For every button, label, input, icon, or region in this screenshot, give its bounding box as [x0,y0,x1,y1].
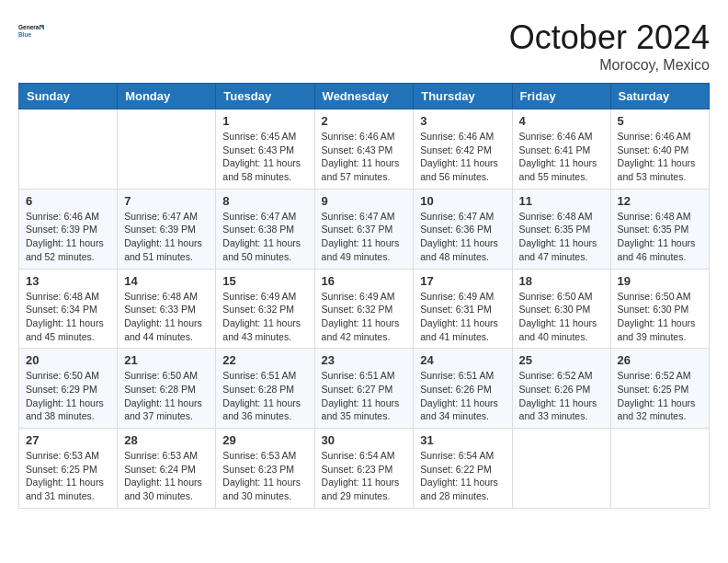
day-info: Sunrise: 6:50 AM Sunset: 6:30 PM Dayligh… [519,290,604,344]
day-number: 17 [420,274,505,288]
calendar-cell: 18Sunrise: 6:50 AM Sunset: 6:30 PM Dayli… [512,269,610,349]
day-info: Sunrise: 6:49 AM Sunset: 6:32 PM Dayligh… [222,290,307,344]
day-info: Sunrise: 6:53 AM Sunset: 6:25 PM Dayligh… [26,449,110,503]
calendar-cell [610,429,709,509]
day-info: Sunrise: 6:52 AM Sunset: 6:26 PM Dayligh… [519,369,604,423]
day-info: Sunrise: 6:50 AM Sunset: 6:28 PM Dayligh… [124,369,209,423]
day-number: 18 [519,274,604,288]
location: Morocoy, Mexico [509,57,710,74]
weekday-header: Wednesday [314,84,414,109]
calendar-cell: 20Sunrise: 6:50 AM Sunset: 6:29 PM Dayli… [19,349,118,429]
calendar-cell: 27Sunrise: 6:53 AM Sunset: 6:25 PM Dayli… [19,429,118,509]
calendar-cell: 6Sunrise: 6:46 AM Sunset: 6:39 PM Daylig… [19,189,118,269]
calendar-cell: 7Sunrise: 6:47 AM Sunset: 6:39 PM Daylig… [118,189,216,269]
day-number: 28 [124,433,209,447]
day-info: Sunrise: 6:50 AM Sunset: 6:30 PM Dayligh… [618,290,702,344]
day-number: 23 [322,353,407,367]
weekday-header: Saturday [610,84,709,109]
day-info: Sunrise: 6:52 AM Sunset: 6:25 PM Dayligh… [618,369,702,423]
day-info: Sunrise: 6:46 AM Sunset: 6:42 PM Dayligh… [420,130,505,184]
day-number: 16 [322,274,407,288]
calendar-cell: 9Sunrise: 6:47 AM Sunset: 6:37 PM Daylig… [314,189,414,269]
calendar-cell: 28Sunrise: 6:53 AM Sunset: 6:24 PM Dayli… [118,429,216,509]
calendar-cell: 24Sunrise: 6:51 AM Sunset: 6:26 PM Dayli… [414,349,512,429]
calendar-cell: 25Sunrise: 6:52 AM Sunset: 6:26 PM Dayli… [512,349,610,429]
day-info: Sunrise: 6:47 AM Sunset: 6:38 PM Dayligh… [222,210,307,264]
day-number: 26 [618,353,702,367]
calendar-cell: 3Sunrise: 6:46 AM Sunset: 6:42 PM Daylig… [414,109,512,190]
day-info: Sunrise: 6:51 AM Sunset: 6:26 PM Dayligh… [420,369,505,423]
logo-icon: GeneralBlue [18,18,44,44]
calendar-cell: 22Sunrise: 6:51 AM Sunset: 6:28 PM Dayli… [216,349,314,429]
calendar-cell: 31Sunrise: 6:54 AM Sunset: 6:22 PM Dayli… [414,429,512,509]
weekday-header: Monday [118,84,216,109]
day-number: 1 [222,114,307,128]
logo: GeneralBlue [18,18,44,44]
page-header: GeneralBlue October 2024 Morocoy, Mexico [18,18,710,74]
calendar-cell: 19Sunrise: 6:50 AM Sunset: 6:30 PM Dayli… [610,269,709,349]
day-number: 15 [222,274,307,288]
day-info: Sunrise: 6:53 AM Sunset: 6:23 PM Dayligh… [222,449,307,503]
calendar: SundayMondayTuesdayWednesdayThursdayFrid… [18,83,710,509]
day-number: 14 [124,274,209,288]
day-number: 11 [519,194,604,208]
day-info: Sunrise: 6:48 AM Sunset: 6:35 PM Dayligh… [618,210,702,264]
day-number: 9 [322,194,407,208]
day-info: Sunrise: 6:49 AM Sunset: 6:32 PM Dayligh… [322,290,407,344]
day-number: 7 [124,194,209,208]
calendar-cell: 15Sunrise: 6:49 AM Sunset: 6:32 PM Dayli… [216,269,314,349]
day-info: Sunrise: 6:47 AM Sunset: 6:37 PM Dayligh… [322,210,407,264]
day-info: Sunrise: 6:51 AM Sunset: 6:27 PM Dayligh… [322,369,407,423]
weekday-header: Thursday [414,84,512,109]
day-number: 25 [519,353,604,367]
calendar-cell: 11Sunrise: 6:48 AM Sunset: 6:35 PM Dayli… [512,189,610,269]
calendar-cell: 21Sunrise: 6:50 AM Sunset: 6:28 PM Dayli… [118,349,216,429]
day-info: Sunrise: 6:50 AM Sunset: 6:29 PM Dayligh… [26,369,110,423]
calendar-cell: 10Sunrise: 6:47 AM Sunset: 6:36 PM Dayli… [414,189,512,269]
calendar-cell: 16Sunrise: 6:49 AM Sunset: 6:32 PM Dayli… [314,269,414,349]
day-number: 24 [420,353,505,367]
day-info: Sunrise: 6:46 AM Sunset: 6:43 PM Dayligh… [322,130,407,184]
day-number: 27 [26,433,110,447]
day-number: 20 [26,353,110,367]
day-info: Sunrise: 6:47 AM Sunset: 6:39 PM Dayligh… [124,210,209,264]
month-title: October 2024 [509,18,710,57]
calendar-cell: 8Sunrise: 6:47 AM Sunset: 6:38 PM Daylig… [216,189,314,269]
calendar-cell [19,109,118,190]
day-info: Sunrise: 6:48 AM Sunset: 6:33 PM Dayligh… [124,290,209,344]
calendar-cell: 30Sunrise: 6:54 AM Sunset: 6:23 PM Dayli… [314,429,414,509]
day-info: Sunrise: 6:45 AM Sunset: 6:43 PM Dayligh… [222,130,307,184]
day-info: Sunrise: 6:47 AM Sunset: 6:36 PM Dayligh… [420,210,505,264]
calendar-cell: 12Sunrise: 6:48 AM Sunset: 6:35 PM Dayli… [610,189,709,269]
day-info: Sunrise: 6:54 AM Sunset: 6:23 PM Dayligh… [322,449,407,503]
day-number: 8 [222,194,307,208]
calendar-cell: 2Sunrise: 6:46 AM Sunset: 6:43 PM Daylig… [314,109,414,190]
weekday-header: Sunday [19,84,118,109]
calendar-cell [512,429,610,509]
day-number: 10 [420,194,505,208]
svg-text:General: General [18,24,40,30]
day-info: Sunrise: 6:53 AM Sunset: 6:24 PM Dayligh… [124,449,209,503]
calendar-cell: 23Sunrise: 6:51 AM Sunset: 6:27 PM Dayli… [314,349,414,429]
day-number: 5 [618,114,702,128]
day-info: Sunrise: 6:54 AM Sunset: 6:22 PM Dayligh… [420,449,505,503]
title-area: October 2024 Morocoy, Mexico [509,18,710,74]
day-number: 29 [222,433,307,447]
day-number: 12 [618,194,702,208]
calendar-cell: 14Sunrise: 6:48 AM Sunset: 6:33 PM Dayli… [118,269,216,349]
calendar-cell: 17Sunrise: 6:49 AM Sunset: 6:31 PM Dayli… [414,269,512,349]
calendar-cell: 5Sunrise: 6:46 AM Sunset: 6:40 PM Daylig… [610,109,709,190]
calendar-cell: 26Sunrise: 6:52 AM Sunset: 6:25 PM Dayli… [610,349,709,429]
calendar-cell: 13Sunrise: 6:48 AM Sunset: 6:34 PM Dayli… [19,269,118,349]
calendar-cell: 29Sunrise: 6:53 AM Sunset: 6:23 PM Dayli… [216,429,314,509]
day-info: Sunrise: 6:46 AM Sunset: 6:39 PM Dayligh… [26,210,110,264]
day-number: 3 [420,114,505,128]
day-info: Sunrise: 6:48 AM Sunset: 6:34 PM Dayligh… [26,290,110,344]
day-number: 19 [618,274,702,288]
day-number: 30 [322,433,407,447]
day-number: 22 [222,353,307,367]
calendar-cell [118,109,216,190]
weekday-header: Friday [512,84,610,109]
day-number: 6 [26,194,110,208]
svg-text:Blue: Blue [18,31,31,38]
